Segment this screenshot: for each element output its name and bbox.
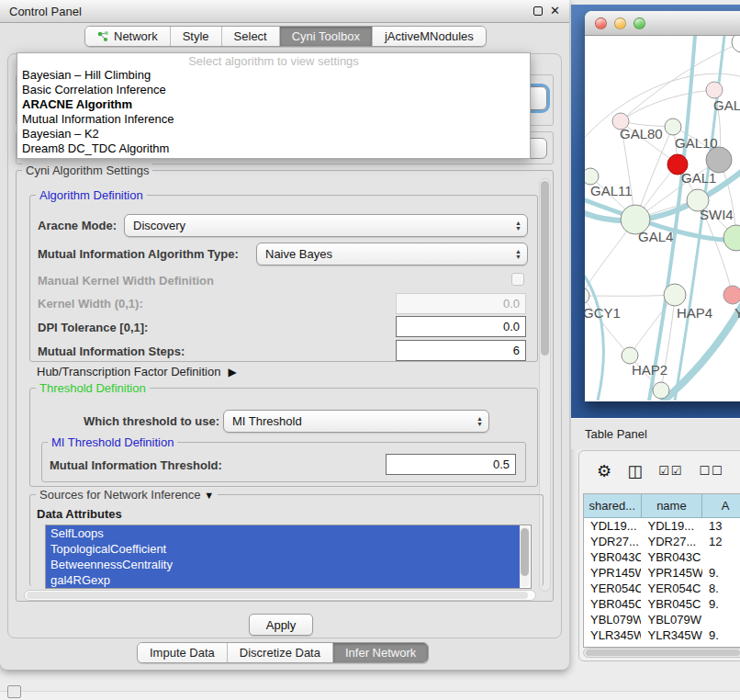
table-cell: YDL19... — [641, 518, 702, 534]
network-edge[interactable] — [585, 267, 603, 401]
settings-horizontal-scrollbar[interactable] — [24, 590, 536, 601]
unselect-all-columns-icon[interactable]: ☐☐ — [699, 463, 723, 480]
tab-infer-network[interactable]: Infer Network — [333, 643, 428, 662]
network-node[interactable] — [706, 147, 732, 173]
network-canvas[interactable]: GALGAL80GAL10GAL11GAL1SWI4GAL4GCY1HAP4YH… — [585, 36, 740, 401]
network-window-titlebar — [585, 11, 740, 36]
algorithm-option-bayesian-hill-climbing[interactable]: Bayesian – Hill Climbing — [17, 68, 530, 83]
network-edge[interactable] — [585, 295, 675, 296]
select-all-columns-icon[interactable]: ☑☑ — [658, 463, 683, 480]
column-header-a[interactable]: A — [702, 494, 740, 518]
table-cell: YPR145W — [584, 565, 641, 581]
attribute-item-selfloops[interactable]: SelfLoops — [46, 525, 531, 541]
mi-algorithm-type-combo[interactable]: Naive Bayes ▲▼ — [256, 243, 528, 265]
tab-label: Cyni Toolbox — [292, 29, 360, 43]
attributes-scrollbar[interactable] — [520, 526, 530, 587]
which-threshold-label: Which threshold to use: — [84, 414, 219, 428]
dpi-tolerance-field[interactable]: 0.0 — [396, 316, 526, 337]
which-threshold-combo[interactable]: MI Threshold ▲▼ — [223, 410, 489, 433]
mi-threshold-field[interactable]: 0.5 — [386, 454, 516, 475]
manual-kernel-width-checkbox[interactable] — [511, 273, 524, 286]
hub-definition-toggle[interactable]: Hub/Transcription Factor Definition▶ — [37, 365, 237, 378]
bottom-strip — [0, 691, 740, 700]
table-panel-title: Table Panel — [585, 427, 647, 441]
table-cell: YBR043C — [641, 549, 702, 565]
attribute-item-topologicalcoefficient[interactable]: TopologicalCoefficient — [46, 541, 531, 557]
minimize-window-button[interactable] — [614, 17, 626, 29]
network-edge[interactable] — [621, 90, 714, 121]
attribute-item-betweennesscentrality[interactable]: BetweennessCentrality — [46, 557, 531, 572]
apply-button[interactable]: Apply — [249, 614, 313, 636]
column-header-name[interactable]: name — [642, 494, 703, 518]
table-cell: YBR045C — [584, 596, 641, 612]
collapse-down-icon[interactable]: ▼ — [204, 490, 214, 501]
network-node[interactable] — [723, 225, 740, 251]
algorithm-option-mutual-information-inference[interactable]: Mutual Information Inference — [17, 112, 530, 127]
network-node[interactable] — [664, 284, 686, 306]
network-node[interactable] — [706, 82, 723, 98]
table-cell: 9. — [702, 565, 740, 581]
network-node[interactable] — [723, 286, 740, 304]
node-table[interactable]: shared...nameA YDL19...YDL19...13YDR27..… — [583, 493, 740, 648]
tab-jactivemnodules[interactable]: jActiveMNodules — [373, 27, 486, 46]
collapse-right-icon: ▶ — [228, 366, 236, 378]
close-window-button[interactable] — [595, 17, 607, 29]
algorithm-option-dream8-dc-tdc-algorithm[interactable]: Dream8 DC_TDC Algorithm — [17, 141, 530, 156]
sources-group-label: Sources for Network Inference ▼ — [36, 488, 218, 502]
algorithm-option-aracne-algorithm[interactable]: ARACNE Algorithm — [17, 97, 530, 112]
network-node[interactable] — [665, 119, 681, 135]
table-cell: 8. — [702, 581, 740, 596]
network-view-panel: GALGAL80GAL10GAL11GAL1SWI4GAL4GCY1HAP4YH… — [571, 5, 740, 418]
settings-gear-icon[interactable]: ⚙ — [597, 463, 611, 480]
aracne-mode-combo[interactable]: Discovery ▲▼ — [124, 214, 528, 237]
dpi-tolerance-label: DPI Tolerance [0,1]: — [38, 321, 148, 334]
tab-impute-data[interactable]: Impute Data — [138, 643, 228, 662]
tab-select[interactable]: Select — [222, 27, 280, 46]
table-row[interactable]: YDR27...YDR27...12 — [584, 534, 740, 549]
column-header-shared[interactable]: shared... — [584, 494, 642, 518]
table-cell: YDL19... — [584, 518, 641, 534]
float-window-icon[interactable] — [533, 6, 543, 16]
node-label-hap2: HAP2 — [632, 362, 667, 378]
node-label-gal: GAL — [713, 97, 740, 113]
zoom-window-button[interactable] — [633, 17, 645, 29]
table-row[interactable]: YDL19...YDL19...13 — [584, 518, 740, 534]
algorithm-option-basic-correlation-inference[interactable]: Basic Correlation Inference — [17, 83, 530, 97]
tab-discretize-data[interactable]: Discretize Data — [228, 643, 333, 662]
table-hscrollbar-thumb[interactable] — [586, 649, 740, 656]
network-node[interactable] — [585, 288, 589, 304]
kernel-width-field[interactable]: 0.0 — [396, 293, 526, 314]
mi-steps-field[interactable]: 6 — [396, 340, 526, 361]
table-row[interactable]: YBL079WYBL079W — [584, 612, 740, 627]
settings-hscrollbar-thumb[interactable] — [27, 592, 528, 599]
node-label-y: Y — [734, 305, 740, 321]
control-panel-window: Control Panel ✕ NetworkStyleSelectCyni T… — [0, 0, 569, 670]
table-row[interactable]: YBR043CYBR043C — [584, 549, 740, 565]
screen: Control Panel ✕ NetworkStyleSelectCyni T… — [0, 0, 740, 700]
table-row[interactable]: YER054CYER054C8. — [584, 581, 740, 596]
hub-definition-label: Hub/Transcription Factor Definition — [37, 365, 220, 378]
settings-scrollbar-thumb[interactable] — [541, 181, 549, 356]
table-horizontal-scrollbar[interactable] — [583, 648, 740, 658]
tab-cyni-toolbox[interactable]: Cyni Toolbox — [280, 27, 373, 46]
algorithm-option-bayesian-k2[interactable]: Bayesian – K2 — [17, 127, 530, 141]
network-node[interactable] — [732, 36, 740, 52]
data-attributes-label: Data Attributes — [37, 507, 122, 521]
table-cell — [702, 612, 740, 627]
tab-label: Style — [183, 29, 209, 43]
table-row[interactable]: YLR345WYLR345W9. — [584, 627, 740, 643]
table-row[interactable]: YPR145WYPR145W9. — [584, 565, 740, 581]
table-cell: 9. — [702, 596, 740, 612]
table-row[interactable]: YBR045CYBR045C9. — [584, 596, 740, 612]
close-panel-icon[interactable]: ✕ — [550, 6, 560, 16]
tab-network[interactable]: Network — [85, 27, 171, 46]
attribute-item-gal4rgexp[interactable]: gal4RGexp — [46, 572, 531, 588]
network-node[interactable] — [653, 382, 669, 399]
algorithm-definition-label: Algorithm Definition — [36, 188, 147, 202]
data-attributes-list[interactable]: SelfLoopsTopologicalCoefficientBetweenne… — [45, 525, 532, 589]
window-grip-icon[interactable] — [7, 685, 21, 698]
column-layout-icon[interactable]: ◫ — [627, 463, 643, 480]
tab-style[interactable]: Style — [171, 27, 222, 46]
table-cell: YLR345W — [584, 627, 641, 643]
algorithm-dropdown-prompt: Select algorithm to view settings — [17, 54, 530, 68]
